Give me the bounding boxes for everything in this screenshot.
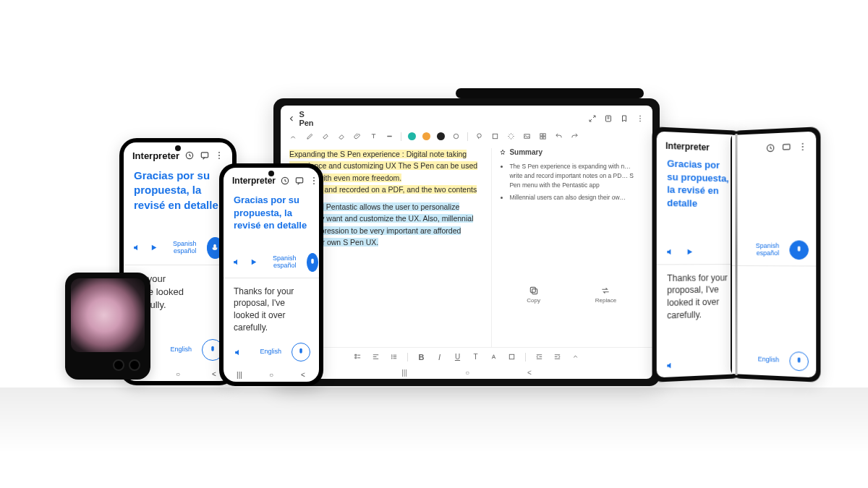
- color-picker-icon[interactable]: [451, 132, 461, 141]
- checklist-icon[interactable]: [353, 352, 362, 361]
- source-language-label[interactable]: Spanish español: [173, 241, 197, 255]
- phone-small-screen: Interpreter Gracias por su propuesta, la…: [224, 168, 319, 382]
- handwriting-icon[interactable]: [289, 132, 299, 141]
- more-icon[interactable]: [635, 114, 645, 124]
- camera-icon: [268, 171, 274, 176]
- replace-button[interactable]: Replace: [595, 286, 616, 304]
- eraser-icon[interactable]: [337, 132, 346, 141]
- font-color-icon[interactable]: [489, 352, 498, 361]
- play-icon[interactable]: [684, 246, 695, 257]
- history-icon[interactable]: [280, 175, 290, 187]
- more-icon[interactable]: [797, 140, 809, 153]
- source-language-label[interactable]: Spanish español: [756, 242, 779, 257]
- copy-button[interactable]: Copy: [527, 286, 540, 304]
- summary-item: Millennial users can also design their o…: [509, 193, 644, 202]
- target-language-label[interactable]: English: [758, 356, 779, 364]
- target-language-label[interactable]: English: [170, 346, 192, 354]
- s-pen-stylus: [456, 88, 644, 98]
- svg-rect-9: [543, 134, 545, 136]
- grid-icon[interactable]: [538, 132, 548, 141]
- phone-nav-bar: ||| ○ <: [224, 367, 319, 382]
- shape-icon[interactable]: [490, 132, 500, 141]
- svg-point-1: [639, 116, 641, 117]
- speaker-icon[interactable]: [232, 346, 244, 358]
- format-toolbar: B I U T: [281, 347, 652, 366]
- nav-back-icon[interactable]: <: [527, 369, 532, 377]
- collapse-icon[interactable]: [571, 352, 580, 361]
- back-button[interactable]: S Pen: [288, 110, 314, 127]
- history-icon[interactable]: [765, 142, 776, 154]
- underline-icon[interactable]: U: [453, 352, 462, 361]
- svg-point-16: [391, 356, 392, 357]
- text-icon[interactable]: [369, 132, 378, 141]
- svg-rect-30: [783, 145, 790, 150]
- more-icon[interactable]: [214, 150, 225, 161]
- font-size-icon[interactable]: T: [471, 352, 480, 361]
- camera-icon: [175, 145, 181, 151]
- play-icon[interactable]: [149, 242, 158, 254]
- back-label: S Pen: [299, 110, 313, 127]
- speaker-icon[interactable]: [664, 359, 676, 372]
- expand-icon[interactable]: [587, 114, 597, 124]
- flip-cover-wallpaper: [71, 278, 145, 352]
- source-text: Gracias por su propuesta, la revisé en d…: [667, 157, 731, 210]
- nav-home-icon[interactable]: ○: [264, 371, 278, 379]
- pen-icon[interactable]: [305, 132, 315, 141]
- target-controls: English: [224, 338, 319, 367]
- source-language-label[interactable]: Spanish español: [273, 255, 297, 270]
- bold-icon[interactable]: B: [417, 352, 426, 361]
- nav-recent-icon[interactable]: |||: [232, 371, 247, 379]
- list-icon[interactable]: [389, 352, 399, 361]
- insert-icon[interactable]: [522, 132, 532, 141]
- fold-hinge: [736, 134, 738, 375]
- redo-icon[interactable]: [570, 132, 579, 141]
- speaker-icon[interactable]: [232, 257, 242, 268]
- color-teal[interactable]: [408, 132, 416, 140]
- mic-button[interactable]: [789, 240, 809, 260]
- highlighter-icon[interactable]: [321, 132, 331, 141]
- ai-icon[interactable]: [506, 132, 516, 141]
- bg-color-icon[interactable]: [507, 352, 516, 361]
- conversation-icon[interactable]: [294, 175, 305, 187]
- play-icon[interactable]: [249, 257, 258, 268]
- speaker-icon[interactable]: [132, 242, 142, 254]
- bookmark-icon[interactable]: [619, 114, 629, 124]
- attach-icon[interactable]: [353, 132, 362, 141]
- nav-recent-icon[interactable]: |||: [401, 369, 407, 377]
- source-controls: [657, 243, 741, 264]
- reader-mode-icon[interactable]: [603, 114, 613, 124]
- more-icon[interactable]: [309, 175, 319, 187]
- conversation-icon[interactable]: [780, 141, 792, 153]
- svg-rect-6: [493, 134, 497, 138]
- speaker-icon[interactable]: [664, 246, 676, 257]
- history-icon[interactable]: [184, 150, 195, 161]
- svg-rect-25: [296, 178, 302, 183]
- nav-home-icon[interactable]: ○: [171, 370, 185, 378]
- target-text: Thanks for your proposal, I've looked it…: [234, 286, 309, 334]
- summary-panel: Summary The S Pen experience is expandin…: [491, 148, 644, 347]
- mic-button[interactable]: [292, 343, 310, 361]
- mic-button[interactable]: [789, 351, 809, 372]
- italic-icon[interactable]: I: [435, 352, 444, 361]
- color-orange[interactable]: [422, 132, 430, 140]
- lasso-icon[interactable]: [475, 132, 484, 141]
- nav-home-icon[interactable]: ○: [465, 369, 469, 377]
- svg-point-5: [477, 134, 482, 138]
- svg-point-4: [454, 134, 458, 138]
- thickness-icon[interactable]: [385, 132, 394, 141]
- nav-back-icon[interactable]: <: [296, 371, 310, 379]
- mic-button[interactable]: [307, 253, 318, 272]
- align-icon[interactable]: [371, 352, 380, 361]
- indent-right-icon[interactable]: [553, 352, 562, 361]
- indent-left-icon[interactable]: [535, 352, 544, 361]
- tablet-nav-bar: ||| ○ <: [281, 366, 652, 379]
- svg-point-22: [219, 155, 221, 156]
- source-controls-right: Spanish español: [732, 237, 816, 265]
- color-dark[interactable]: [437, 132, 445, 140]
- target-language-label[interactable]: English: [260, 348, 281, 356]
- conversation-icon[interactable]: [199, 150, 210, 161]
- undo-icon[interactable]: [554, 132, 563, 141]
- svg-rect-18: [509, 354, 514, 359]
- svg-point-32: [802, 146, 804, 147]
- flip-phone-closed: [65, 273, 150, 380]
